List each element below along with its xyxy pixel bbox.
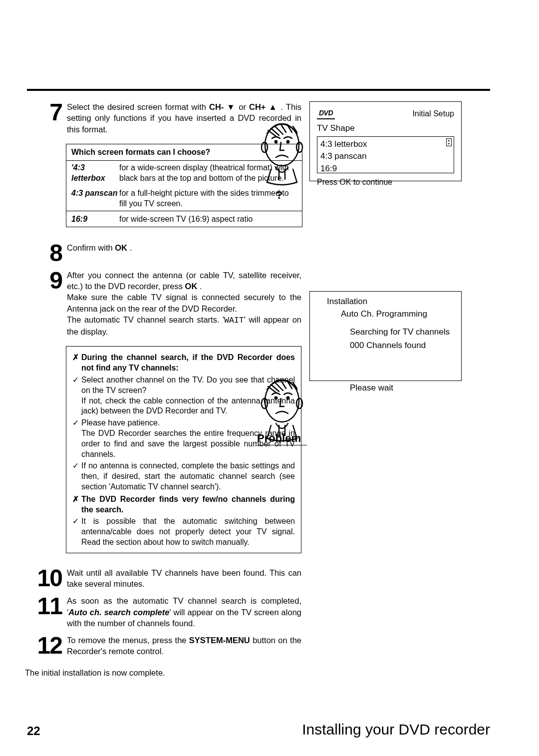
page-footer: 22 Installing your DVD recorder <box>27 721 490 738</box>
osd-option: 4:3 panscan <box>320 150 451 163</box>
osd-footer: Press OK to continue <box>317 176 454 188</box>
x-mark-icon: ✗ <box>72 353 81 374</box>
osd-initial-setup: DVD Initial Setup TV Shape 4:3 letterbox… <box>309 101 462 181</box>
system-menu-key: SYSTEM-MENU <box>189 636 250 645</box>
format-key: 4:3 panscan <box>71 188 119 209</box>
step-text: After you connect the antenna (or cable … <box>67 270 301 338</box>
up-arrow-icon: ▲ <box>266 102 277 111</box>
format-row: 16:9 for wide-screen TV (16:9) aspect ra… <box>66 211 302 226</box>
osd-line: Installation <box>327 296 454 308</box>
step-number: 9 <box>25 270 67 291</box>
format-desc: for wide-screen TV (16:9) aspect ratio <box>119 214 297 224</box>
step-12: 12 To remove the menus, press the SYSTEM… <box>25 635 301 657</box>
page-number: 22 <box>27 724 40 738</box>
dvd-logo-icon: DVD <box>317 108 335 119</box>
problem-item: ✓ If no antenna is connected, complete t… <box>72 461 295 492</box>
osd-option: 4:3 letterbox <box>320 138 451 151</box>
osd-option-list: 4:3 letterbox 4:3 panscan 16:9 <box>317 136 454 173</box>
confused-face-icon <box>257 116 307 188</box>
check-icon: ✓ <box>72 461 81 492</box>
question-mark-label: ? <box>276 189 282 202</box>
problem-item: ✓ It is possible that the automatic swit… <box>72 516 295 547</box>
osd-auto-programming: Installation Auto Ch. Programming Search… <box>309 291 462 381</box>
step-text: To remove the menus, press the SYSTEM-ME… <box>67 635 301 657</box>
step-number: 10 <box>25 567 67 589</box>
step-number: 12 <box>25 635 67 656</box>
step-number: 7 <box>25 101 67 123</box>
ok-key: OK <box>185 282 198 291</box>
format-desc: for a full-height picture with the sides… <box>119 188 297 209</box>
osd-option: 16:9 <box>320 163 451 175</box>
chapter-title: Installing your DVD recorder <box>302 721 490 738</box>
osd-line: Searching for TV channels <box>350 326 454 339</box>
osd-line: Please wait <box>350 382 454 394</box>
check-icon: ✓ <box>72 418 81 428</box>
problem-heading: ✗ The DVD Recorder finds very few/no cha… <box>72 494 295 515</box>
lcd-text: WAIT <box>224 316 244 325</box>
step-9: 9 After you connect the antenna (or cabl… <box>25 270 301 338</box>
ch-minus-key: CH- <box>209 102 224 111</box>
step-number: 8 <box>25 242 67 264</box>
format-key: '4:3 letterbox <box>71 163 119 183</box>
step-text: Confirm with OK . <box>67 242 301 253</box>
closing-text: The initial installation is now complete… <box>25 668 301 678</box>
step-text: As soon as the automatic TV channel sear… <box>67 595 301 629</box>
problem-label: Problem <box>257 432 307 445</box>
format-row: 4:3 panscan for a full-height picture wi… <box>66 185 302 211</box>
divider <box>27 89 490 91</box>
osd-line: Auto Ch. Programming <box>341 308 454 321</box>
svg-point-9 <box>287 397 289 399</box>
ch-plus-key: CH+ <box>249 102 266 111</box>
step-10: 10 Wait until all available TV channels … <box>25 567 301 590</box>
format-key: 16:9 <box>71 214 119 224</box>
check-icon: ✓ <box>72 375 81 396</box>
osd-title: Initial Setup <box>412 108 454 119</box>
check-icon: ✓ <box>72 516 81 547</box>
step-text: Wait until all available TV channels hav… <box>67 567 301 590</box>
svg-point-8 <box>275 397 277 399</box>
spinner-icon <box>446 138 452 146</box>
down-arrow-icon: ▼ <box>224 102 236 111</box>
x-mark-icon: ✗ <box>72 494 81 515</box>
ok-key: OK <box>115 243 127 252</box>
step-8: 8 Confirm with OK . <box>25 242 301 264</box>
svg-point-4 <box>287 141 289 143</box>
problem-heading: ✗ During the channel search, if the DVD … <box>72 353 295 374</box>
osd-line: 000 Channels found <box>350 340 454 352</box>
step-number: 11 <box>25 595 67 617</box>
step-11: 11 As soon as the automatic TV channel s… <box>25 595 301 629</box>
osd-section-label: TV Shape <box>317 122 454 135</box>
svg-point-3 <box>275 141 277 143</box>
